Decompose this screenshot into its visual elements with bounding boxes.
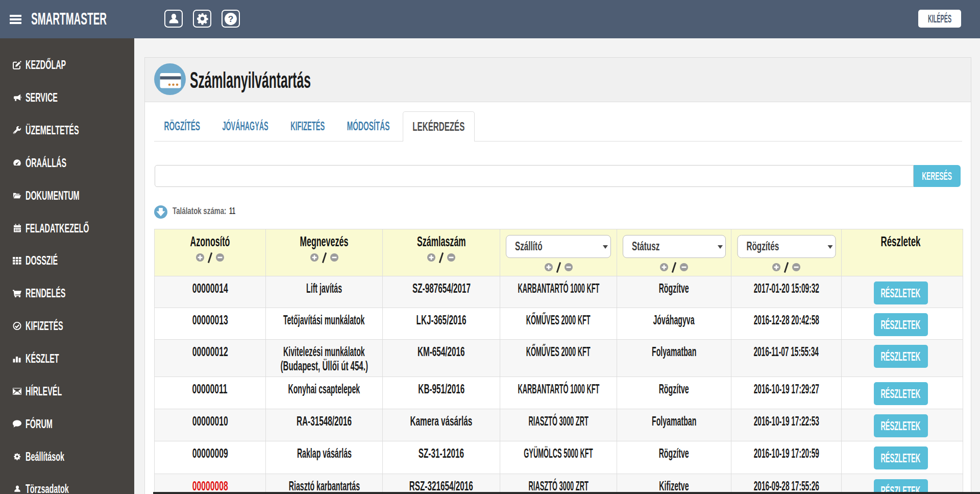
svg-text:?: ? (228, 14, 234, 24)
